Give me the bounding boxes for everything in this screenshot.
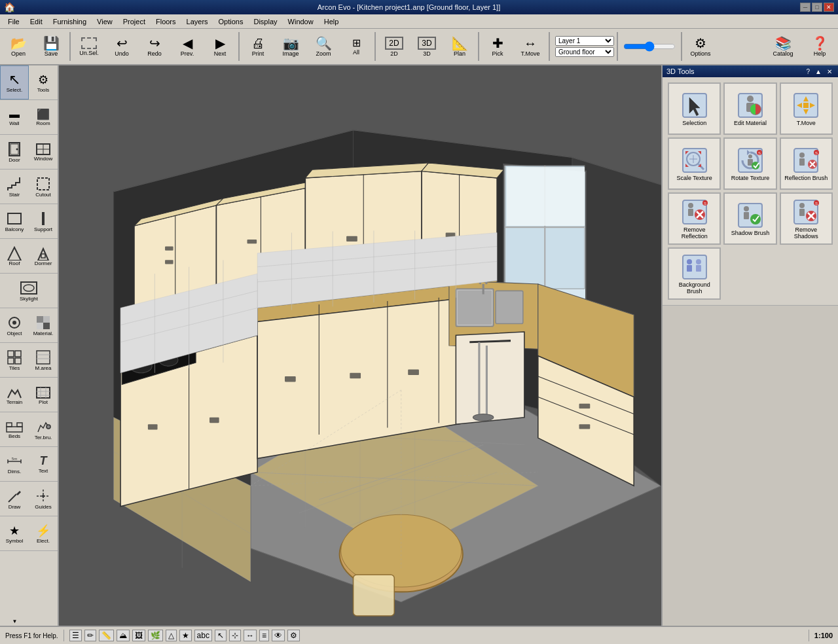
close-button[interactable]: ✕	[824, 3, 834, 12]
tool-background-brush[interactable]: Background Brush	[668, 247, 721, 300]
tool-edit-material[interactable]: Edit Material	[723, 82, 776, 135]
menu-file[interactable]: File	[3, 16, 25, 27]
status-cursor-icon[interactable]: ↖	[215, 630, 227, 641]
symbol-button[interactable]: ★ Symbol	[0, 516, 29, 550]
zoom-button[interactable]: 🔍 Zoom	[308, 30, 339, 63]
status-measure-icon[interactable]: 📏	[99, 630, 114, 641]
maximize-button[interactable]: □	[812, 3, 822, 12]
help-button[interactable]: ❓ Help	[804, 30, 835, 63]
tool-rotate-texture[interactable]: S Rotate Texture	[723, 137, 776, 190]
cutout-button[interactable]: Cutout	[29, 170, 58, 204]
menu-options[interactable]: Options	[213, 16, 249, 27]
menu-furnishing[interactable]: Furnishing	[48, 16, 92, 27]
panel-help-btn[interactable]: ?	[805, 68, 812, 75]
catalog-button[interactable]: 📚 Catalog	[763, 30, 803, 63]
status-abc-icon[interactable]: abc	[194, 630, 212, 641]
dims-button[interactable]: 5m Dims.	[0, 447, 29, 481]
status-green-icon[interactable]: 🌿	[148, 630, 163, 641]
left-toolbar: ↖ Select. ⚙ Tools ▬ Wall ⬛ Room Door	[0, 65, 59, 626]
tool-remove-reflection[interactable]: S Remove Reflection	[668, 192, 721, 245]
tool-reflection-brush[interactable]: S Reflection Brush	[780, 137, 833, 190]
roof-button[interactable]: Roof	[0, 239, 29, 273]
options-button[interactable]: ⚙ Options	[685, 30, 716, 63]
minimize-button[interactable]: ─	[800, 3, 811, 12]
support-button[interactable]: Support	[29, 204, 58, 238]
balcony-button[interactable]: Balcony	[0, 204, 29, 238]
tmove-button[interactable]: ↔ T.Move	[515, 30, 546, 63]
status-object-icon[interactable]: ⊹	[229, 630, 241, 641]
status-eye-icon[interactable]: 👁	[272, 630, 285, 641]
image-button[interactable]: 📷 Image	[275, 30, 306, 63]
window-button[interactable]: Window	[29, 135, 58, 169]
svg-text:5m: 5m	[12, 457, 17, 461]
dormer-button[interactable]: Dormer	[29, 239, 58, 273]
status-sym-icon[interactable]: ★	[179, 630, 192, 641]
status-layers-icon[interactable]: ≡	[259, 630, 269, 641]
tools-button[interactable]: ⚙ Tools	[29, 65, 58, 99]
floor-dropdown[interactable]: Ground floor	[555, 47, 614, 57]
menu-edit[interactable]: Edit	[25, 16, 48, 27]
wall-button[interactable]: ▬ Wall	[0, 100, 29, 134]
select-button[interactable]: ↖ Select.	[0, 65, 29, 99]
scroll-arrow[interactable]: ▼	[0, 617, 29, 626]
next-button[interactable]: ▶ Next	[204, 30, 236, 63]
status-img-icon[interactable]: 🖼	[132, 630, 145, 641]
pick-button[interactable]: ✚ Pick	[482, 30, 513, 63]
prev-button[interactable]: ◀ Prev.	[172, 30, 203, 63]
guides-button[interactable]: Guides	[29, 482, 58, 516]
text-label: Text	[39, 468, 48, 474]
reflection-brush-icon: S	[792, 146, 820, 175]
open-button[interactable]: 📂 Open	[3, 30, 34, 63]
skylight-button[interactable]: Skylight	[0, 274, 58, 308]
marea-button[interactable]: M.area	[29, 343, 58, 377]
terrain-button[interactable]: Terrain	[0, 378, 29, 412]
status-arrow-icon[interactable]: ↔	[244, 630, 257, 641]
text-button[interactable]: T Text	[29, 447, 58, 481]
plan-button[interactable]: 📐 Plan	[444, 30, 475, 63]
all-button[interactable]: ⊞ All	[340, 30, 372, 63]
terbru-button[interactable]: Ter.bru.	[29, 412, 58, 446]
menu-window[interactable]: Window	[283, 16, 319, 27]
panel-collapse-btn[interactable]: ▲	[813, 68, 824, 75]
menu-view[interactable]: View	[92, 16, 118, 27]
elect-button[interactable]: ⚡ Elect.	[29, 516, 58, 550]
guides-icon	[35, 488, 51, 504]
tool-scale-texture[interactable]: Scale Texture	[668, 137, 721, 190]
layer-dropdown[interactable]: Layer 1	[555, 36, 614, 46]
material-button[interactable]: Material.	[29, 308, 58, 342]
redo-button[interactable]: ↪ Redo	[139, 30, 170, 63]
print-button[interactable]: 🖨 Print	[242, 30, 274, 63]
beds-button[interactable]: Beds	[0, 412, 29, 446]
status-settings-icon[interactable]: ⚙	[287, 630, 300, 641]
save-button[interactable]: 💾 Save	[35, 30, 67, 63]
unsel-button[interactable]: Un.Sel.	[73, 30, 105, 63]
viewport[interactable]	[59, 65, 661, 626]
menu-layers[interactable]: Layers	[181, 16, 213, 27]
status-pencil-icon[interactable]: ✏	[84, 630, 96, 641]
help-icon: ❓	[812, 37, 828, 50]
plot-button[interactable]: Plot	[29, 378, 58, 412]
object-button[interactable]: Object	[0, 308, 29, 342]
tool-tmove[interactable]: T.Move	[780, 82, 833, 135]
menu-floors[interactable]: Floors	[151, 16, 181, 27]
undo-button[interactable]: ↩ Undo	[106, 30, 137, 63]
draw-button[interactable]: Draw	[0, 482, 29, 516]
tiles-button[interactable]: Tiles	[0, 343, 29, 377]
panel-close-btn[interactable]: ✕	[825, 68, 834, 75]
menu-project[interactable]: Project	[118, 16, 151, 27]
tool-selection[interactable]: Selection	[668, 82, 721, 135]
status-grid-icon[interactable]: ☰	[69, 630, 82, 641]
brightness-slider[interactable]	[623, 41, 676, 52]
stair-button[interactable]: Stair	[0, 170, 29, 204]
tools-grid: Selection Edit Material	[663, 77, 838, 305]
status-triangle-icon[interactable]: △	[166, 630, 177, 641]
3d-button[interactable]: 3D 3D	[411, 30, 443, 63]
room-button[interactable]: ⬛ Room	[29, 100, 58, 134]
tool-shadow-brush[interactable]: Shadow Brush	[723, 192, 776, 245]
menu-display[interactable]: Display	[248, 16, 282, 27]
menu-help[interactable]: Help	[319, 16, 344, 27]
door-button[interactable]: Door	[0, 135, 29, 169]
status-terrain-icon[interactable]: ⛰	[117, 630, 130, 641]
tool-remove-shadows[interactable]: S Remove Shadows	[780, 192, 833, 245]
2d-button[interactable]: 2D 2D	[378, 30, 410, 63]
